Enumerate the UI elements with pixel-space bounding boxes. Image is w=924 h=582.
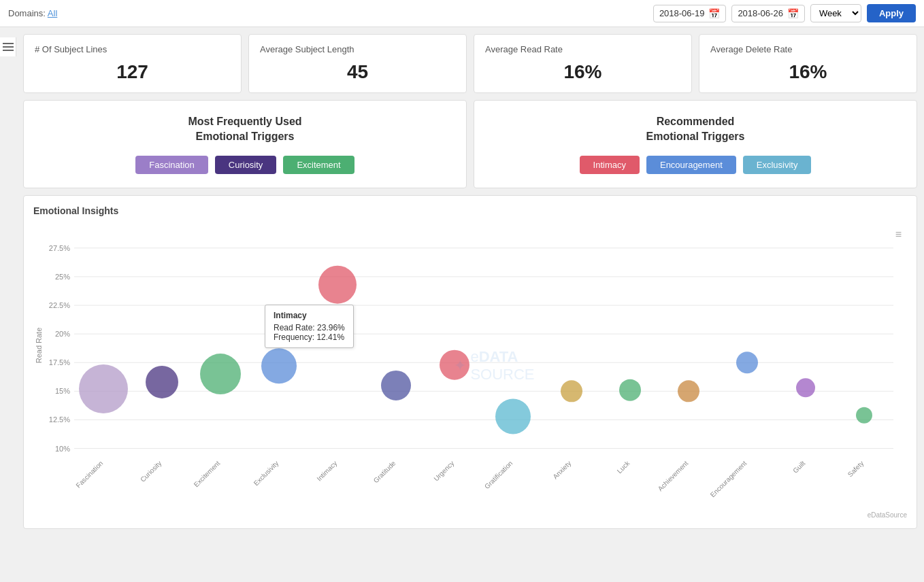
- stat-card-read-rate: Average Read Rate 16%: [474, 34, 692, 93]
- svg-point-38: [495, 398, 531, 434]
- stat-card-subject-lines: # Of Subject Lines 127: [23, 34, 242, 93]
- svg-point-36: [381, 371, 411, 400]
- svg-text:Encouragement: Encouragement: [709, 459, 748, 498]
- svg-point-33: [200, 354, 241, 394]
- svg-text:Safety: Safety: [846, 459, 865, 478]
- svg-text:12.5%: 12.5%: [49, 415, 70, 424]
- hamburger-icon: [3, 43, 13, 51]
- svg-point-43: [796, 378, 815, 397]
- date-to-value: 2018-06-26: [738, 8, 783, 18]
- svg-text:Excitement: Excitement: [193, 459, 222, 488]
- insights-section: Emotional Insights ≡ 27.5%25%22.5%20%17.…: [23, 195, 917, 529]
- most-used-title: Most Frequently UsedEmotional Triggers: [35, 114, 455, 145]
- most-used-badges: Fascination Curiosity Excitement: [35, 156, 455, 174]
- svg-text:Urgency: Urgency: [432, 459, 455, 482]
- stat-label-1: Average Subject Length: [260, 44, 455, 54]
- top-bar: Domains: All 2018-06-19 📅 2018-06-26 📅 W…: [0, 0, 924, 27]
- recommended-badges: Intimacy Encouragement Exclusivity: [485, 156, 906, 174]
- badge-fascination[interactable]: Fascination: [135, 156, 208, 174]
- period-select[interactable]: Week Month Day: [810, 4, 861, 22]
- svg-point-41: [678, 380, 699, 402]
- svg-text:20%: 20%: [55, 330, 70, 338]
- svg-point-39: [561, 380, 582, 402]
- badge-excitement[interactable]: Excitement: [283, 156, 354, 174]
- svg-text:Luck: Luck: [616, 459, 631, 475]
- stat-value-2: 16%: [485, 61, 680, 83]
- domains-label: Domains: All: [8, 8, 57, 18]
- badge-encouragement[interactable]: Encouragement: [646, 156, 736, 174]
- badge-exclusivity[interactable]: Exclusivity: [743, 156, 812, 174]
- svg-text:Guilt: Guilt: [791, 459, 806, 474]
- svg-text:Achievement: Achievement: [657, 459, 690, 492]
- domains-link[interactable]: All: [48, 8, 57, 18]
- recommended-card: RecommendedEmotional Triggers Intimacy E…: [474, 100, 917, 188]
- svg-point-42: [736, 352, 758, 373]
- stat-card-delete-rate: Average Delete Rate 16%: [699, 34, 917, 93]
- stat-value-1: 45: [260, 61, 455, 83]
- svg-point-44: [856, 407, 872, 424]
- svg-text:22.5%: 22.5%: [49, 301, 70, 309]
- svg-text:Gratification: Gratification: [483, 459, 514, 490]
- date-to-input[interactable]: 2018-06-26 📅: [731, 5, 805, 22]
- svg-point-32: [146, 366, 178, 398]
- svg-point-31: [79, 364, 128, 413]
- recommended-title: RecommendedEmotional Triggers: [485, 114, 906, 145]
- stat-value-3: 16%: [710, 61, 906, 83]
- calendar-to-icon[interactable]: 📅: [787, 8, 799, 19]
- svg-text:Anxiety: Anxiety: [551, 459, 572, 480]
- triggers-row: Most Frequently UsedEmotional Triggers F…: [23, 100, 917, 188]
- svg-text:25%: 25%: [55, 273, 70, 281]
- svg-text:15%: 15%: [55, 387, 70, 395]
- main-content: # Of Subject Lines 127 Average Subject L…: [16, 27, 924, 536]
- stat-cards-row: # Of Subject Lines 127 Average Subject L…: [23, 34, 917, 93]
- svg-text:Curiosity: Curiosity: [139, 459, 163, 483]
- date-from-input[interactable]: 2018-06-19 📅: [653, 5, 727, 22]
- date-from-value: 2018-06-19: [659, 8, 705, 18]
- calendar-from-icon[interactable]: 📅: [708, 8, 720, 19]
- svg-text:Fascination: Fascination: [74, 459, 104, 489]
- svg-point-35: [318, 266, 357, 304]
- sidebar-toggle[interactable]: [0, 37, 16, 56]
- stat-label-0: # Of Subject Lines: [35, 44, 230, 54]
- svg-text:17.5%: 17.5%: [49, 358, 70, 366]
- chart-container: ≡ 27.5%25%22.5%20%17.5%15%12.5%10%Read R…: [33, 223, 907, 509]
- stat-label-2: Average Read Rate: [485, 44, 680, 54]
- apply-button[interactable]: Apply: [867, 4, 916, 22]
- stat-value-0: 127: [35, 61, 230, 83]
- badge-intimacy[interactable]: Intimacy: [580, 156, 640, 174]
- insights-title: Emotional Insights: [33, 205, 907, 216]
- svg-text:Exclusivity: Exclusivity: [252, 459, 280, 487]
- svg-text:27.5%: 27.5%: [49, 244, 70, 252]
- svg-point-40: [619, 379, 641, 400]
- watermark: ✦ eDATASOURCE: [454, 348, 534, 383]
- svg-text:10%: 10%: [55, 444, 70, 452]
- chart-menu-icon[interactable]: ≡: [895, 228, 902, 241]
- most-used-card: Most Frequently UsedEmotional Triggers F…: [23, 100, 467, 188]
- badge-curiosity[interactable]: Curiosity: [215, 156, 277, 174]
- svg-text:Intimacy: Intimacy: [315, 459, 338, 482]
- svg-text:Read Rate: Read Rate: [35, 327, 43, 363]
- svg-point-34: [261, 348, 297, 383]
- stat-card-subject-length: Average Subject Length 45: [248, 34, 467, 93]
- attribution: eDataSource: [33, 511, 907, 519]
- stat-label-3: Average Delete Rate: [710, 44, 906, 54]
- domains-text: Domains:: [8, 8, 46, 18]
- svg-text:Gratitude: Gratitude: [372, 459, 397, 484]
